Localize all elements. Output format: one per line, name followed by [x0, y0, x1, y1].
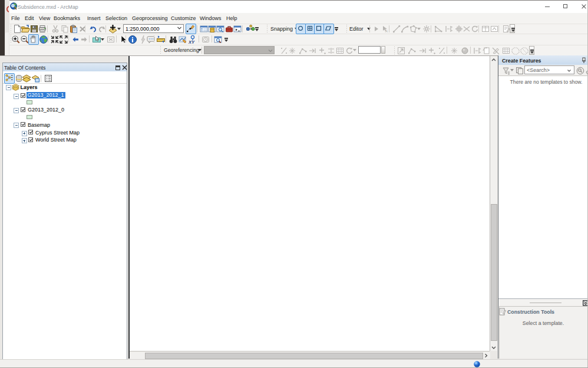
svg-text:XY: XY	[188, 39, 195, 44]
svg-text:A: A	[385, 29, 388, 33]
